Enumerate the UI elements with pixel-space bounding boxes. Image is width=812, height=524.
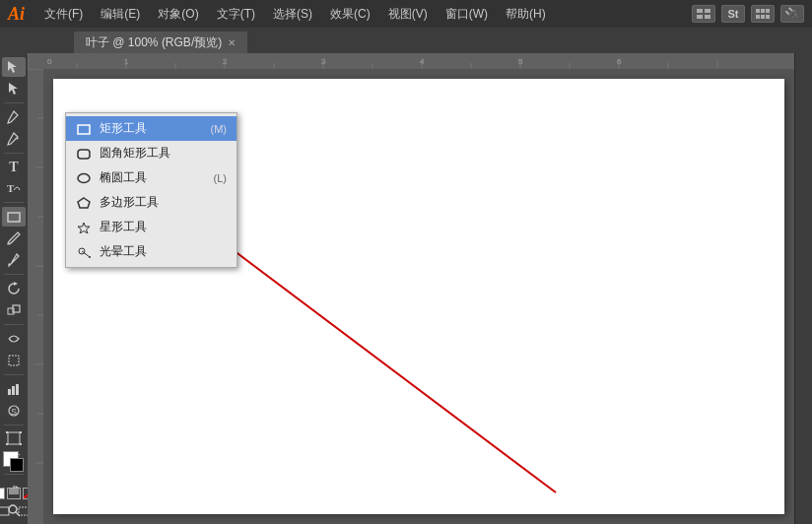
svg-rect-65 <box>78 150 90 159</box>
svg-rect-24 <box>6 443 8 445</box>
draw-mode-normal[interactable] <box>0 504 13 518</box>
menu-bar: 文件(F) 编辑(E) 对象(O) 文字(T) 选择(S) 效果(C) 视图(V… <box>36 4 692 25</box>
ellipse-icon <box>76 170 92 186</box>
svg-rect-21 <box>8 432 20 444</box>
pen-tool[interactable] <box>2 107 26 127</box>
svg-point-66 <box>78 173 90 182</box>
paintbrush-tool[interactable] <box>2 229 26 248</box>
menu-effect[interactable]: 效果(C) <box>322 4 378 25</box>
svg-rect-23 <box>20 431 22 433</box>
menu-file[interactable]: 文件(F) <box>36 4 91 25</box>
svg-rect-17 <box>12 386 15 395</box>
tab-label: 叶子 @ 100% (RGB/预览) <box>86 34 222 51</box>
separator-7 <box>4 425 24 426</box>
dropdown-item-rounded-rect[interactable]: 圆角矩形工具 <box>66 141 237 165</box>
svg-marker-68 <box>78 223 90 233</box>
title-bar-right: St 🔌 <box>692 5 804 23</box>
rect-icon <box>76 121 92 137</box>
tab-bar: 叶子 @ 100% (RGB/预览) ✕ <box>0 28 812 53</box>
svg-rect-53 <box>28 69 43 524</box>
fill-swatch[interactable] <box>0 488 5 499</box>
menu-text[interactable]: 文字(T) <box>209 4 263 25</box>
scale-tool[interactable] <box>2 300 26 320</box>
top-ruler: 0 1 2 3 4 5 <box>28 53 794 69</box>
rounded-rect-icon <box>76 146 92 162</box>
dropdown-item-rect[interactable]: 矩形工具 (M) <box>66 116 237 141</box>
type-tool[interactable]: T <box>2 158 26 177</box>
star-icon <box>76 220 92 235</box>
dropdown-shortcut-ellipse: (L) <box>214 172 227 184</box>
svg-rect-8 <box>761 15 765 19</box>
left-ruler <box>28 69 43 524</box>
dropdown-label-rounded-rect: 圆角矩形工具 <box>100 145 170 162</box>
st-btn[interactable]: St <box>721 5 745 23</box>
rotate-tool[interactable] <box>2 279 26 298</box>
separator-5 <box>4 324 24 325</box>
tab-close-btn[interactable]: ✕ <box>228 37 236 48</box>
svg-point-71 <box>89 256 91 258</box>
dropdown-item-ellipse[interactable]: 椭圆工具 (L) <box>66 165 237 190</box>
warp-tool[interactable] <box>2 329 26 349</box>
symbol-tool[interactable]: S <box>2 401 26 421</box>
svg-marker-67 <box>78 198 90 208</box>
svg-rect-0 <box>697 9 703 13</box>
flare-icon <box>76 244 92 260</box>
svg-text:S: S <box>11 407 17 417</box>
menu-window[interactable]: 窗口(W) <box>438 4 496 25</box>
svg-rect-18 <box>16 384 19 395</box>
svg-text:0: 0 <box>47 57 52 66</box>
separator-1 <box>4 102 24 103</box>
svg-text:3: 3 <box>321 57 326 66</box>
direct-selection-tool[interactable] <box>2 79 26 98</box>
menu-help[interactable]: 帮助(H) <box>498 4 554 25</box>
dropdown-label-flare: 光晕工具 <box>100 243 147 260</box>
selection-tool[interactable] <box>2 57 26 77</box>
tab-main[interactable]: 叶子 @ 100% (RGB/预览) ✕ <box>74 32 247 53</box>
pencil-tool[interactable] <box>2 250 26 270</box>
svg-text:6: 6 <box>617 57 622 66</box>
dropdown-label-polygon: 多边形工具 <box>100 194 159 211</box>
shape-dropdown-menu: 矩形工具 (M) 圆角矩形工具 椭圆工具 (L) <box>65 112 237 268</box>
stroke-swatch[interactable] <box>7 488 21 499</box>
svg-rect-4 <box>756 9 760 13</box>
svg-rect-5 <box>761 9 765 13</box>
svg-rect-16 <box>8 389 11 395</box>
polygon-icon <box>76 195 92 211</box>
add-anchor-tool[interactable]: + <box>2 129 26 149</box>
workspace-btn[interactable] <box>692 5 715 23</box>
svg-text:+: + <box>15 134 20 143</box>
title-bar: Ai 文件(F) 编辑(E) 对象(O) 文字(T) 选择(S) 效果(C) 视… <box>0 0 812 28</box>
dropdown-item-star[interactable]: 星形工具 <box>66 215 237 239</box>
svg-rect-9 <box>766 15 770 19</box>
separator-2 <box>4 153 24 154</box>
sound-btn[interactable]: 🔌 <box>780 5 804 23</box>
graph-tool[interactable] <box>2 379 26 399</box>
svg-rect-2 <box>697 15 703 19</box>
menu-edit[interactable]: 编辑(E) <box>93 4 148 25</box>
separator-3 <box>4 202 24 203</box>
right-panel <box>794 53 812 524</box>
app-logo: Ai <box>8 4 25 25</box>
dropdown-item-polygon[interactable]: 多边形工具 <box>66 190 237 215</box>
left-toolbar: + T T <box>0 53 28 524</box>
menu-view[interactable]: 视图(V) <box>380 4 436 25</box>
svg-rect-3 <box>705 15 710 19</box>
svg-text:5: 5 <box>518 57 523 66</box>
grid-btn[interactable] <box>751 5 775 23</box>
dropdown-label-star: 星形工具 <box>100 219 147 235</box>
shape-tool[interactable] <box>2 207 26 227</box>
type-path-tool[interactable]: T <box>2 179 26 199</box>
separator-4 <box>4 274 24 275</box>
artboard-tool[interactable] <box>2 428 26 448</box>
menu-select[interactable]: 选择(S) <box>265 4 320 25</box>
menu-object[interactable]: 对象(O) <box>150 4 206 25</box>
svg-rect-6 <box>766 9 770 13</box>
svg-rect-22 <box>6 431 8 433</box>
svg-text:2: 2 <box>223 57 228 66</box>
dropdown-item-flare[interactable]: 光晕工具 <box>66 239 237 264</box>
main-layout: + T T <box>0 53 812 524</box>
free-transform-tool[interactable] <box>2 351 26 370</box>
dropdown-label-rect: 矩形工具 <box>100 120 147 137</box>
svg-text:4: 4 <box>420 57 425 66</box>
background-color[interactable] <box>10 458 24 472</box>
